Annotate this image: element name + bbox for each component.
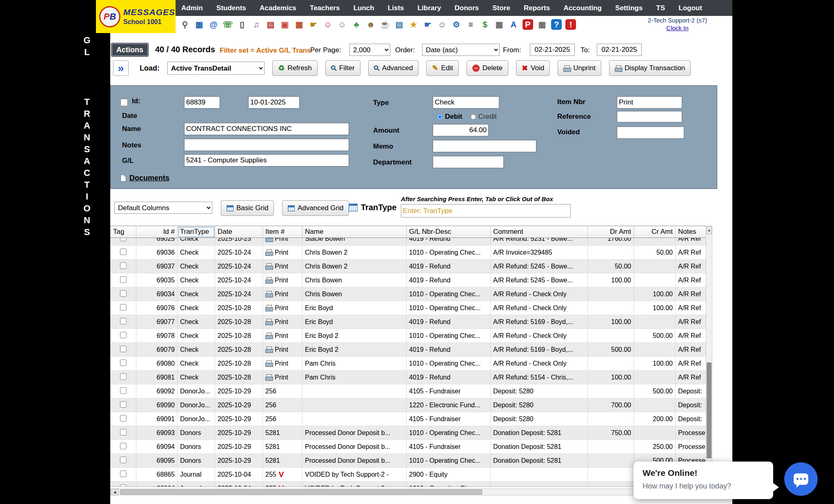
table-row[interactable]: 68865 Journal 2025-10-04 255 V VOIDED b [111,468,706,482]
mobile-icon[interactable]: ▯ [237,19,247,30]
table-row[interactable]: 69079 Check 2025-10-28 Print Eric Boyd [111,343,706,357]
table-row[interactable]: 69093 Donors 2025-10-29 5281 Processed [111,426,706,440]
advanced-grid-button[interactable]: Advanced Grid [282,200,349,216]
row-checkbox[interactable] [120,484,127,487]
unprint-button[interactable]: Unprint [558,60,601,76]
font-icon[interactable]: A [508,19,519,30]
student-red-icon[interactable]: ☺ [322,19,333,30]
gl-field[interactable] [184,154,349,167]
column-header[interactable]: TranType [178,226,215,238]
nav-item[interactable]: Lunch [354,4,374,12]
calendar-grid-icon[interactable]: ▦ [194,19,205,30]
clean-icon[interactable]: ♣ [351,19,362,30]
table-row[interactable]: 69035 Check 2025-10-24 Print Chris Bow [111,273,706,287]
columns-select[interactable]: Default Columns [114,202,212,214]
table-row[interactable]: 69091 DonorJo... 2025-10-29 256 [111,412,706,426]
table-row[interactable]: 69081 Check 2025-10-28 Print Pam Chris [111,371,706,384]
nav-item[interactable]: Store [492,4,510,12]
column-header[interactable]: Id # [136,226,178,238]
date-field[interactable] [248,96,300,109]
security-clock-icon[interactable]: ⚙ [451,19,462,30]
advanced-button[interactable]: ⚲ Advanced [368,60,419,76]
printer-icon[interactable]: ▦ [537,19,547,30]
nav-item[interactable]: Accounting [563,4,602,12]
row-checkbox[interactable] [120,262,127,269]
forward-mail-icon[interactable]: ☛ [308,19,319,30]
row-checkbox[interactable] [120,387,127,394]
table-row[interactable]: 68864 Journal 2025-10-04 255 V VOIDED b [111,482,706,487]
chart-icon[interactable]: ▤ [265,19,276,30]
nav-item[interactable]: Donors [455,4,479,12]
row-checkbox[interactable] [120,401,127,408]
row-checkbox[interactable] [120,304,127,311]
row-checkbox[interactable] [120,443,127,449]
column-header[interactable]: Item # [263,226,302,238]
column-header[interactable]: Name [302,226,407,238]
table-row[interactable]: 69025 Check 2025-10-23 Print Stacie Bo [111,238,706,246]
award-icon[interactable]: ★ [408,19,419,30]
table-row[interactable]: 69094 Donors 2025-10-29 5281 Processed [111,440,706,454]
row-checkbox[interactable] [120,318,127,324]
voided-field[interactable] [617,127,684,139]
nav-item[interactable]: Academics [260,4,296,12]
actions-button[interactable]: Actions [111,43,149,57]
documents-link[interactable]: Documents [120,174,169,182]
audio-icon[interactable]: ♫ [251,19,262,30]
trantype-search-input[interactable] [401,204,571,218]
table-row[interactable]: 69095 Donors 2025-10-29 5281 Processed [111,454,706,468]
lunch-icon[interactable]: ☕ [380,19,390,30]
notes-icon[interactable]: ▤ [394,19,405,30]
row-checkbox[interactable] [120,471,127,477]
table-row[interactable]: 69092 DonorJo... 2025-10-29 256 [111,384,706,398]
column-header[interactable]: Cr Amt [634,226,676,238]
row-checkbox[interactable] [120,373,127,380]
type-field[interactable] [433,96,499,109]
column-header[interactable]: Tag [111,226,136,238]
item-nbr-field[interactable] [617,96,682,109]
table-row[interactable]: 69034 Check 2025-10-24 Print Chris Bow [111,287,706,301]
column-header[interactable]: Date [215,226,263,238]
column-header[interactable]: Comment [491,226,588,238]
chat-launcher-button[interactable] [784,462,818,496]
record-tag-checkbox[interactable] [120,99,128,106]
report-list-icon[interactable]: ≡ [465,19,476,30]
per-page-select[interactable]: 2,000 [349,44,390,56]
table-row[interactable]: 69078 Check 2025-10-28 Print Eric Boyd [111,329,706,343]
expand-chevrons-button[interactable]: » [113,60,129,76]
nav-item[interactable]: Reports [524,4,550,12]
cash-icon[interactable]: $ [480,19,490,30]
table-row[interactable]: 69036 Check 2025-10-24 Print Chris Bow [111,246,706,260]
nav-item[interactable]: Settings [615,4,643,12]
row-checkbox[interactable] [120,429,127,435]
order-select[interactable]: Date (asc) [422,44,500,56]
load-select[interactable]: Active TransDetail [167,62,265,75]
table-row[interactable]: 69037 Check 2025-10-24 Print Chris Bow [111,260,706,273]
pdf-icon[interactable]: P [523,19,533,30]
row-checkbox[interactable] [120,415,127,422]
schedule-icon[interactable]: ▦ [294,19,305,30]
department-field[interactable] [433,156,504,168]
table-row[interactable]: 69076 Check 2025-10-28 Print Eric Boyd [111,301,706,315]
filter-button[interactable]: ⚲ Filter [325,60,360,76]
at-email-icon[interactable]: @ [208,19,219,30]
student-gray-icon[interactable]: ☺ [337,19,347,30]
id-field[interactable] [184,96,220,109]
table-row[interactable]: 69090 DonorJo... 2025-10-29 256 [111,398,706,412]
refresh-button[interactable]: ♻ Refresh [272,60,318,76]
notes-field[interactable] [184,139,349,151]
print-icon[interactable]: ▦ [494,19,505,30]
scroll-up-button[interactable]: ▲ [706,226,712,234]
credit-radio[interactable] [471,114,476,120]
table-row[interactable]: 69077 Check 2025-10-28 Print Eric Boyd [111,315,706,329]
row-checkbox[interactable] [120,249,127,255]
row-checkbox[interactable] [120,457,127,463]
row-checkbox[interactable] [120,276,127,283]
nav-item[interactable]: Admin [181,4,203,12]
delete-button[interactable]: − Delete [467,60,508,76]
nav-item[interactable]: Library [418,4,441,12]
horizontal-scroll-thumb[interactable] [120,489,482,495]
vertical-scroll-thumb[interactable] [707,362,712,458]
memo-field[interactable] [433,140,536,152]
nav-item[interactable]: Lists [388,4,404,12]
display-transaction-button[interactable]: Display Transaction [609,60,691,76]
